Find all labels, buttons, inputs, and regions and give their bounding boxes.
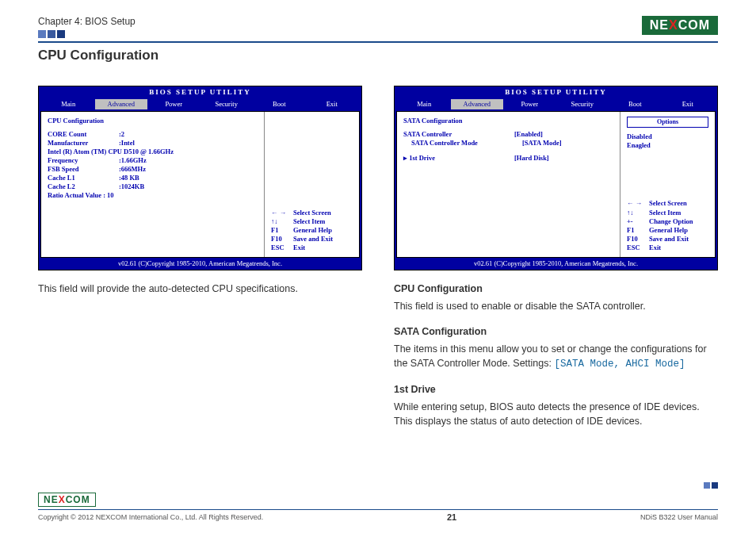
nexcom-logo: NEXCOM	[642, 16, 718, 35]
footer-logo: NEXCOM	[38, 493, 96, 507]
bios-config-row[interactable]: ▸ 1st Drive[Hard Disk]	[403, 154, 613, 163]
bios-help-row: F1General Help	[627, 226, 708, 235]
bios-tab-power[interactable]: Power	[503, 99, 556, 109]
bios-help-row: ESCExit	[627, 243, 708, 252]
bios-title: BIOS SETUP UTILITY	[395, 86, 717, 99]
bios-tab-security[interactable]: Security	[556, 99, 609, 109]
bios-screen-cpu: BIOS SETUP UTILITY MainAdvancedPowerSecu…	[38, 86, 362, 270]
bios-title: BIOS SETUP UTILITY	[39, 86, 361, 99]
bios-option[interactable]: Disabled	[627, 132, 708, 141]
options-heading: Options	[627, 117, 708, 128]
bios-tab-exit[interactable]: Exit	[306, 99, 359, 109]
bios-help-row: +-Change Option	[627, 217, 708, 226]
bios-info-row: Frequency:1.66GHz	[48, 156, 258, 165]
bios-cpu-panel: CPU ConfigurationCORE Count:2Manufacture…	[41, 112, 264, 257]
bios-tab-boot[interactable]: Boot	[253, 99, 306, 109]
bios-help-row: ↑↓Select Item	[271, 217, 353, 226]
chapter-title: Chapter 4: BIOS Setup	[38, 16, 136, 27]
desc-sata: The items in this menu allow you to set …	[394, 342, 718, 371]
bios-help-row: F10Save and Exit	[627, 235, 708, 243]
bios-info-row: Cache L2:1024KB	[48, 182, 258, 191]
bios-help-row: ↑↓Select Item	[627, 209, 708, 217]
bios-help-row: F1General Help	[271, 226, 353, 235]
bios-tab-power[interactable]: Power	[147, 99, 200, 109]
bios-info-row: Manufacturer:Intel	[48, 139, 258, 148]
right-column: BIOS SETUP UTILITY MainAdvancedPowerSecu…	[394, 86, 718, 428]
subhead-sata: SATA Configuration	[394, 326, 718, 337]
bios-option[interactable]: Enagled	[627, 141, 708, 150]
bios-help-row: F10Save and Exit	[271, 235, 353, 243]
bios-options-panel: Options DisabledEnagled ← →Select Screen…	[620, 112, 715, 257]
bios-info-row: Intel (R) Atom (TM) CPU D510 @ 1.66GHz	[48, 148, 258, 156]
bios-info-row: FSB Speed:666MHz	[48, 165, 258, 174]
bios-info-row: Ratio Actual Value : 10	[48, 191, 258, 200]
footer-decor	[704, 482, 718, 489]
page-number: 21	[447, 512, 456, 522]
left-column: BIOS SETUP UTILITY MainAdvancedPowerSecu…	[38, 86, 362, 428]
bios-config-row[interactable]: SATA Controller[Enabled]	[403, 130, 613, 139]
desc-drive: While entering setup, BIOS auto detects …	[394, 400, 718, 428]
page-footer: NEXCOM Copyright © 2012 NEXCOM Internati…	[38, 492, 718, 522]
bios-screen-sata: BIOS SETUP UTILITY MainAdvancedPowerSecu…	[394, 86, 718, 270]
sata-mode-values: [SATA Mode, AHCI Mode]	[554, 359, 685, 370]
page-header: Chapter 4: BIOS Setup NEXCOM	[38, 16, 718, 43]
bios-panel-heading: SATA Configuration	[403, 117, 613, 125]
bios-tab-advanced[interactable]: Advanced	[95, 99, 148, 109]
bios-tab-boot[interactable]: Boot	[609, 99, 662, 109]
bios-panel-heading: CPU Configuration	[48, 117, 258, 125]
bios-help-row: ← →Select Screen	[627, 199, 708, 208]
bios-info-row: Cache L1:48 KB	[48, 174, 258, 182]
section-title: CPU Configuration	[38, 48, 718, 63]
bios-help-row: ← →Select Screen	[271, 209, 353, 217]
bios-tab-exit[interactable]: Exit	[662, 99, 715, 109]
copyright: Copyright © 2012 NEXCOM International Co…	[38, 513, 263, 521]
bios-config-row[interactable]: SATA Controller Mode[SATA Mode]	[411, 139, 613, 148]
desc-cpu: This field is used to enable or disable …	[394, 299, 718, 313]
doc-title: NDiS B322 User Manual	[640, 513, 718, 521]
bios-info-row: CORE Count:2	[48, 130, 258, 139]
bios-sata-panel: SATA ConfigurationSATA Controller[Enable…	[397, 112, 620, 257]
header-decor	[38, 30, 136, 38]
bios-help-panel: ← →Select Screen↑↓Select ItemF1General H…	[264, 112, 359, 257]
bios-tab-main[interactable]: Main	[398, 99, 451, 109]
bios-footer: v02.61 (C)Copyright 1985-2010, American …	[395, 258, 717, 270]
subhead-drive: 1st Drive	[394, 384, 718, 395]
bios-tabs: MainAdvancedPowerSecurityBootExit	[39, 99, 361, 111]
bios-tab-advanced[interactable]: Advanced	[451, 99, 504, 109]
left-description: This field will provide the auto-detecte…	[38, 282, 362, 296]
bios-tab-security[interactable]: Security	[200, 99, 254, 109]
bios-tab-main[interactable]: Main	[42, 99, 95, 109]
subhead-cpu: CPU Configuration	[394, 283, 718, 294]
bios-help-row: ESCExit	[271, 243, 353, 252]
bios-footer: v02.61 (C)Copyright 1985-2010, American …	[39, 258, 361, 270]
options-list: DisabledEnagled	[627, 132, 708, 150]
bios-tabs: MainAdvancedPowerSecurityBootExit	[395, 99, 717, 111]
